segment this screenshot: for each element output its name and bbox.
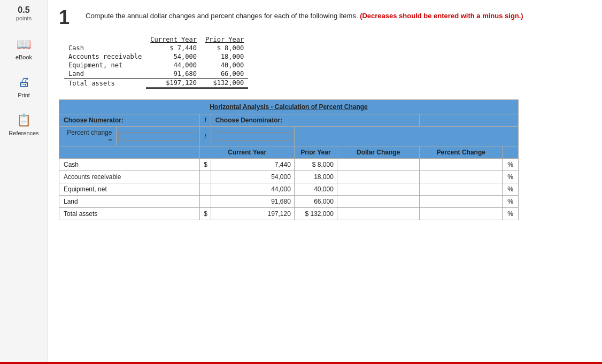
percent-change-input-2[interactable]: [422, 185, 500, 193]
print-icon: 🖨: [16, 74, 32, 90]
references-label: References: [9, 130, 38, 136]
col-header-prior-year: Prior Year: [294, 146, 337, 159]
percent-sign-1: %: [503, 171, 519, 183]
current-val-3: 91,680: [211, 196, 294, 208]
ar-label: Accounts receivable: [64, 52, 146, 61]
col-header-dollar-change: Dollar Change: [337, 146, 420, 159]
denominator-input-cell[interactable]: [211, 127, 294, 146]
dollar-change-cell-0[interactable]: [337, 159, 420, 171]
choose-row: Choose Numerator: / Choose Denominator:: [59, 114, 519, 127]
analysis-data-row: Total assets $ 197,120 $ 132,000 %: [59, 208, 519, 220]
prior-year-header: Prior Year: [201, 35, 248, 44]
dollar-prefix-current-4: $: [200, 208, 211, 220]
sidebar-item-ebook[interactable]: 📖 eBook: [3, 32, 45, 65]
sidebar-item-references[interactable]: 📋 References: [3, 108, 45, 141]
references-icon: 📋: [16, 112, 32, 128]
percent-change-input-3[interactable]: [422, 198, 500, 205]
row-label-4: Total assets: [59, 208, 200, 220]
dollar-change-input-4[interactable]: [339, 210, 418, 218]
prior-val-2: 40,000: [294, 183, 337, 196]
percent-change-label: Percent change =: [59, 127, 117, 146]
current-val-4: 197,120: [211, 208, 294, 220]
ar-prior: 18,000: [201, 52, 248, 61]
slash-header: /: [200, 114, 211, 127]
ebook-label: eBook: [16, 54, 32, 60]
dollar-change-cell-1[interactable]: [337, 171, 420, 183]
row-label-3: Land: [59, 196, 200, 208]
current-val-0: 7,440: [211, 159, 294, 171]
analysis-data-row: Cash $ 7,440 $ 8,000 %: [59, 159, 519, 171]
current-val-1: 54,000: [211, 171, 294, 183]
sidebar: 0.5 points 📖 eBook 🖨 Print 📋 References: [0, 0, 48, 364]
sidebar-item-print[interactable]: 🖨 Print: [3, 70, 45, 103]
question-body: Compute the annual dollar changes and pe…: [86, 12, 358, 20]
bottom-bar: [0, 362, 602, 364]
analysis-table: Horizontal Analysis - Calculation of Per…: [59, 99, 519, 220]
points-value: 0.5: [16, 5, 32, 15]
col-header-percent-change: Percent Change: [420, 146, 503, 159]
table-row: Land 91,680 66,000: [64, 69, 248, 79]
dollar-change-input-2[interactable]: [339, 185, 418, 193]
dollar-change-input-0[interactable]: [339, 161, 418, 168]
prior-val-4: $ 132,000: [294, 208, 337, 220]
table-row: Equipment, net 44,000 40,000: [64, 61, 248, 69]
empty-header: [64, 35, 146, 44]
dollar-change-cell-4[interactable]: [337, 208, 420, 220]
total-label: Total assets: [64, 79, 146, 88]
row-label-1: Accounts receivable: [59, 171, 200, 183]
data-table-header: Current Year Prior Year: [64, 35, 248, 44]
percent-sign-0: %: [503, 159, 519, 171]
percent-change-cell-4[interactable]: [420, 208, 503, 220]
col-headers-row: Current Year Prior Year Dollar Change Pe…: [59, 146, 519, 159]
dollar-prefix-current-1: [200, 171, 211, 183]
percent-change-input-0[interactable]: [422, 161, 500, 168]
percent-change-cell-1[interactable]: [420, 171, 503, 183]
percent-change-row: Percent change = /: [59, 127, 519, 146]
row-label-0: Cash: [59, 159, 200, 171]
prior-val-3: 66,000: [294, 196, 337, 208]
current-year-header: Current Year: [146, 35, 201, 44]
question-text: Compute the annual dollar changes and pe…: [86, 11, 523, 21]
land-label: Land: [64, 69, 146, 79]
cash-label: Cash: [64, 44, 146, 52]
dollar-prefix-current-2: [200, 183, 211, 196]
land-prior: 66,000: [201, 69, 248, 79]
col-header-pct-sign: [503, 146, 519, 159]
analysis-data-row: Equipment, net 44,000 40,000 %: [59, 183, 519, 196]
total-prior: $132,000: [201, 79, 248, 88]
dollar-prefix-current-0: $: [200, 159, 211, 171]
cash-prior: $ 8,000: [201, 44, 248, 52]
percent-change-cell-3[interactable]: [420, 196, 503, 208]
table-row: Accounts receivable 54,000 18,000: [64, 52, 248, 61]
numerator-input-cell[interactable]: [117, 127, 200, 146]
question-header: 1 Compute the annual dollar changes and …: [59, 8, 591, 27]
ar-current: 54,000: [146, 52, 201, 61]
dollar-change-input-3[interactable]: [339, 198, 418, 205]
row-label-2: Equipment, net: [59, 183, 200, 196]
total-current: $197,120: [146, 79, 201, 88]
equipment-prior: 40,000: [201, 61, 248, 69]
land-current: 91,680: [146, 69, 201, 79]
points-display: 0.5 points: [16, 5, 32, 21]
total-row: Total assets $197,120 $132,000: [64, 79, 248, 88]
current-val-2: 44,000: [211, 183, 294, 196]
dollar-change-cell-2[interactable]: [337, 183, 420, 196]
dollar-change-input-1[interactable]: [339, 173, 418, 181]
denominator-input[interactable]: [213, 133, 292, 140]
equipment-label: Equipment, net: [64, 61, 146, 69]
print-label: Print: [18, 92, 30, 98]
percent-change-input-1[interactable]: [422, 173, 500, 181]
percent-change-cell-2[interactable]: [420, 183, 503, 196]
percent-sign-4: %: [503, 208, 519, 220]
points-label: points: [16, 15, 32, 21]
dollar-change-cell-3[interactable]: [337, 196, 420, 208]
question-number: 1: [59, 8, 80, 27]
cash-current: $ 7,440: [146, 44, 201, 52]
percent-change-cell-0[interactable]: [420, 159, 503, 171]
prior-val-1: 18,000: [294, 171, 337, 183]
numerator-input[interactable]: [119, 133, 197, 140]
equipment-current: 44,000: [146, 61, 201, 69]
prior-val-0: $ 8,000: [294, 159, 337, 171]
source-data-table: Current Year Prior Year Cash $ 7,440 $ 8…: [64, 35, 248, 89]
percent-change-input-4[interactable]: [422, 210, 500, 218]
